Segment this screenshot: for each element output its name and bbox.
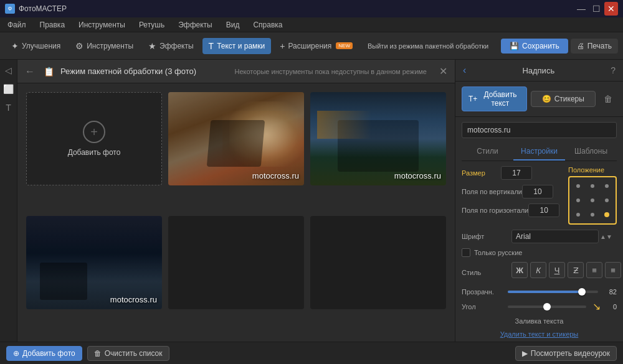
size-label: Размер xyxy=(462,169,496,177)
batch-close-button[interactable]: ✕ xyxy=(439,65,447,77)
horizontal-padding-row: Поля по горизонтали xyxy=(462,203,563,217)
angle-label: Угол xyxy=(462,303,504,310)
pos-top-left[interactable] xyxy=(572,180,584,192)
add-photo-bottom-button[interactable]: ⊕ Добавить фото xyxy=(6,346,82,361)
print-button[interactable]: 🖨 Печать xyxy=(571,39,618,54)
app-title: ФотоМАСТЕР xyxy=(19,4,67,13)
watch-video-button[interactable]: ▶ Посмотреть видеоурок xyxy=(515,346,617,361)
sidebar-arrow-icon[interactable]: ◁ xyxy=(2,63,16,77)
delete-text-icon-btn[interactable]: 🗑 xyxy=(599,90,617,108)
instruments-icon: ⚙ xyxy=(75,41,83,51)
watermark-1: motocross.ru xyxy=(252,171,299,180)
bold-button[interactable]: Ж xyxy=(511,262,528,278)
watch-video-icon: ▶ xyxy=(522,349,528,358)
size-input[interactable] xyxy=(501,166,532,180)
delete-text-link[interactable]: Удалить текст и стикеры xyxy=(455,327,623,342)
left-sidebar: ◁ ⬜ T xyxy=(0,60,17,342)
add-text-button[interactable]: T+ Добавить текст xyxy=(462,86,527,111)
toolbar-instruments[interactable]: ⚙ Инструменты xyxy=(69,38,140,54)
toolbar-improvements[interactable]: ✦ Улучшения xyxy=(5,38,67,54)
batch-header: ← 📋 Режим пакетной обработки (3 фото) Не… xyxy=(17,60,455,83)
align-left-button[interactable]: ≡ xyxy=(586,262,602,278)
titlebar-controls[interactable]: — ☐ ✕ xyxy=(574,2,618,16)
tab-templates[interactable]: Шаблоны xyxy=(565,143,617,161)
panel-back-button[interactable]: ‹ xyxy=(463,65,466,76)
tab-settings[interactable]: Настройки xyxy=(513,143,565,161)
pos-top-center[interactable] xyxy=(586,180,599,192)
save-button[interactable]: 💾 Сохранить xyxy=(501,39,568,54)
menu-retouch[interactable]: Ретушь xyxy=(136,19,167,30)
only-russian-row: Только русские xyxy=(462,248,617,257)
opacity-fill xyxy=(508,291,582,293)
photo-cell-2[interactable]: motocross.ru xyxy=(310,92,446,185)
right-panel-header: ‹ Надпись ? xyxy=(455,60,623,82)
angle-thumb[interactable] xyxy=(543,303,551,310)
sidebar-text-icon[interactable]: T xyxy=(2,101,16,114)
photo-cell-1[interactable]: motocross.ru xyxy=(168,92,304,185)
menu-edit[interactable]: Правка xyxy=(37,19,68,30)
style-label: Стиль xyxy=(462,269,511,276)
vertical-padding-input[interactable] xyxy=(522,185,553,198)
pos-mid-right[interactable] xyxy=(601,194,613,207)
pos-mid-center[interactable] xyxy=(586,194,599,207)
align-center-button[interactable]: ≡ xyxy=(605,262,621,278)
menu-file[interactable]: Файл xyxy=(5,19,29,30)
pos-bot-center[interactable] xyxy=(586,208,599,221)
horizontal-padding-input[interactable] xyxy=(528,203,559,217)
underline-button[interactable]: Ч xyxy=(549,262,565,278)
batch-notice: Некоторые инструменты пока недоступны в … xyxy=(234,68,427,75)
batch-back-button[interactable]: ← xyxy=(25,66,35,77)
menu-tools[interactable]: Инструменты xyxy=(76,19,128,30)
position-label: Положение xyxy=(568,166,604,174)
opacity-value: 82 xyxy=(602,288,617,296)
panel-help-button[interactable]: ? xyxy=(611,65,616,75)
save-icon: 💾 xyxy=(510,42,519,50)
toolbar: ✦ Улучшения ⚙ Инструменты ★ Эффекты T Те… xyxy=(0,32,623,60)
titlebar: Ф ФотоМАСТЕР — ☐ ✕ xyxy=(0,0,623,17)
panel-title: Надпись xyxy=(522,66,554,75)
size-row: Размер xyxy=(462,166,563,180)
horizontal-padding-label: Поля по горизонтали xyxy=(462,207,528,214)
extensions-icon: + xyxy=(280,41,285,51)
position-grid-container[interactable] xyxy=(568,176,617,225)
strikethrough-button[interactable]: Ƶ xyxy=(568,262,584,278)
app-icon: Ф xyxy=(5,4,15,14)
titlebar-left: Ф ФотоМАСТЕР xyxy=(5,4,67,14)
effects-icon: ★ xyxy=(148,41,156,51)
menu-help[interactable]: Справка xyxy=(250,19,285,30)
opacity-thumb[interactable] xyxy=(578,288,586,296)
toolbar-effects[interactable]: ★ Эффекты xyxy=(142,38,200,54)
watermark-3: motocross.ru xyxy=(110,295,157,304)
font-select[interactable]: Arial Times New Roman Courier New xyxy=(511,230,599,243)
opacity-slider[interactable] xyxy=(508,291,598,293)
clear-list-icon: 🗑 xyxy=(94,349,102,358)
toolbar-text-frames[interactable]: T Текст и рамки xyxy=(202,38,272,54)
sidebar-shape-icon[interactable]: ⬜ xyxy=(2,82,16,96)
angle-slider[interactable] xyxy=(508,306,586,308)
panel-title-text: Надпись xyxy=(522,66,554,75)
pos-mid-left[interactable] xyxy=(572,194,584,207)
panel-text-input[interactable] xyxy=(462,122,617,138)
minimize-button[interactable]: — xyxy=(574,2,588,16)
toolbar-extensions[interactable]: + Расширения NEW xyxy=(273,38,359,54)
text-input-field[interactable] xyxy=(462,122,617,138)
angle-arrow-icon: ↘ xyxy=(592,301,601,312)
toolbar-exit-batch[interactable]: Выйти из режима пакетной обработки xyxy=(361,39,495,53)
style-buttons-row: Стиль Ж К Ч Ƶ ≡ ≡ ≡ xyxy=(462,262,617,283)
menu-effects[interactable]: Эффекты xyxy=(176,19,215,30)
clear-list-button[interactable]: 🗑 Очистить список xyxy=(87,346,169,361)
add-photo-cell[interactable]: + Добавить фото xyxy=(26,92,162,185)
italic-button[interactable]: К xyxy=(530,262,546,278)
text-frames-icon: T xyxy=(209,41,214,51)
photo-cell-3[interactable]: motocross.ru xyxy=(26,216,162,309)
stickers-button[interactable]: 😊 Стикеры xyxy=(531,91,596,107)
pos-bot-right[interactable] xyxy=(601,208,613,221)
pos-top-right[interactable] xyxy=(601,180,613,192)
pos-bot-left[interactable] xyxy=(572,208,584,221)
maximize-button[interactable]: ☐ xyxy=(589,2,603,16)
vertical-padding-label: Поля по вертикали xyxy=(462,188,522,195)
only-russian-checkbox[interactable] xyxy=(462,248,470,257)
menu-view[interactable]: Вид xyxy=(224,19,242,30)
tab-styles[interactable]: Стили xyxy=(462,143,513,161)
close-button[interactable]: ✕ xyxy=(604,2,618,16)
